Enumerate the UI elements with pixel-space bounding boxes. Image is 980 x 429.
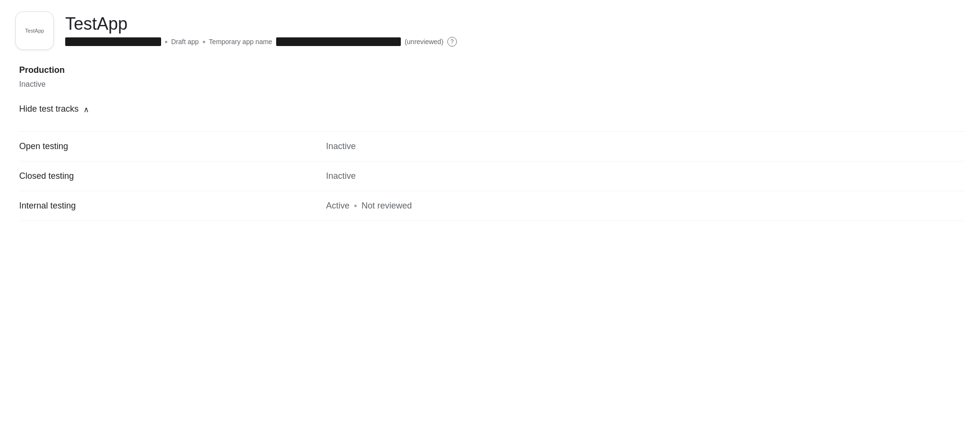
- unreviewed-label: (unreviewed): [405, 38, 443, 46]
- temp-name-label: Temporary app name: [209, 38, 272, 46]
- status-text: Active: [326, 201, 350, 211]
- track-row[interactable]: Closed testingInactive: [19, 162, 965, 191]
- track-status: Inactive: [326, 171, 356, 181]
- hide-test-tracks-toggle[interactable]: Hide test tracks ∧: [19, 104, 965, 114]
- status-dot: [354, 205, 357, 207]
- track-status: ActiveNot reviewed: [326, 201, 412, 211]
- app-meta-row: Draft app Temporary app name (unreviewed…: [65, 37, 457, 46]
- toggle-label: Hide test tracks: [19, 104, 79, 114]
- app-icon: TestApp: [15, 12, 54, 50]
- status-text: Inactive: [326, 171, 356, 181]
- meta-dot-1: [165, 41, 167, 43]
- redacted-app-name: [276, 37, 401, 46]
- track-row[interactable]: Internal testingActiveNot reviewed: [19, 191, 965, 221]
- track-name: Open testing: [19, 141, 326, 151]
- production-label: Production: [19, 65, 965, 75]
- status-extra: Not reviewed: [362, 201, 412, 211]
- app-header: TestApp TestApp Draft app Temporary app …: [15, 12, 965, 50]
- status-text: Inactive: [326, 141, 356, 151]
- production-status: Inactive: [19, 80, 965, 89]
- track-name: Internal testing: [19, 201, 326, 211]
- help-icon[interactable]: ?: [447, 37, 457, 46]
- meta-dot-2: [203, 41, 205, 43]
- chevron-up-icon: ∧: [83, 105, 89, 114]
- production-section: Production Inactive: [19, 65, 965, 89]
- tracks-table: Open testingInactiveClosed testingInacti…: [19, 131, 965, 221]
- app-title: TestApp: [65, 13, 457, 34]
- app-icon-text: TestApp: [25, 28, 44, 34]
- main-content: Production Inactive Hide test tracks ∧ O…: [15, 65, 965, 221]
- track-row[interactable]: Open testingInactive: [19, 131, 965, 162]
- draft-app-label: Draft app: [171, 38, 199, 46]
- redacted-package-name: [65, 37, 161, 46]
- track-status: Inactive: [326, 141, 356, 151]
- page-container: TestApp TestApp Draft app Temporary app …: [0, 0, 980, 232]
- app-title-section: TestApp Draft app Temporary app name (un…: [65, 12, 457, 46]
- track-name: Closed testing: [19, 171, 326, 181]
